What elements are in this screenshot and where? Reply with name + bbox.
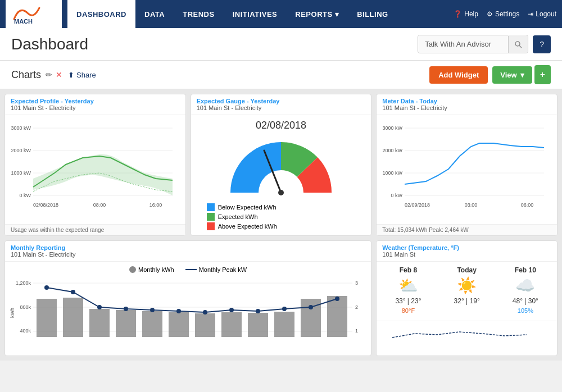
- content-grid: Expected Profile - Yesterday 101 Main St…: [0, 89, 562, 361]
- expected-profile-title: Expected Profile - Yesterday: [11, 98, 180, 104]
- nav-initiatives[interactable]: Initiatives: [224, 0, 287, 28]
- plus-button[interactable]: +: [534, 65, 551, 84]
- svg-text:1.2k: 1.2k: [355, 328, 358, 334]
- expected-gauge-widget: Expected Gauge - Yesterday 101 Main St -…: [191, 94, 372, 236]
- nav-bar: MACH ENERGY Dashboard Data Trends Initia…: [0, 0, 562, 28]
- svg-text:1,200k: 1,200k: [16, 280, 31, 286]
- close-icon[interactable]: ✕: [56, 70, 62, 79]
- weather-temps-feb8: 33° | 23°: [381, 297, 435, 305]
- svg-point-53: [71, 290, 75, 294]
- share-icon: ⬆: [68, 71, 74, 79]
- expected-profile-header: Expected Profile - Yesterday 101 Main St…: [5, 94, 185, 115]
- expected-gauge-header: Expected Gauge - Yesterday 101 Main St -…: [191, 94, 371, 115]
- svg-text:2.4k: 2.4k: [355, 304, 358, 310]
- help-button[interactable]: ?: [533, 35, 551, 53]
- weather-grid: Feb 8 ⛅ 33° | 23° 80°F Today ☀️ 32° | 19…: [377, 262, 557, 318]
- talk-advisor-container: [418, 35, 528, 53]
- meter-data-chart: 3000 kW 2000 kW 1000 kW 0 kW 02/09/2018 …: [381, 120, 547, 218]
- svg-text:3000 kW: 3000 kW: [383, 125, 403, 131]
- weather-widget: Weather (Temperature, °F) 101 Main St Fe…: [376, 240, 558, 356]
- svg-point-58: [203, 310, 207, 314]
- svg-text:03:00: 03:00: [465, 202, 478, 208]
- meter-data-footer: Total: 15,034 kWh Peak: 2,464 kW: [377, 224, 557, 235]
- svg-rect-42: [89, 309, 110, 337]
- svg-point-61: [282, 307, 287, 311]
- weather-extra-today: [440, 307, 494, 314]
- edit-icon[interactable]: ✏: [46, 70, 52, 79]
- svg-rect-44: [142, 311, 162, 337]
- charts-actions: ✏ ✕ ⬆ Share: [46, 70, 96, 79]
- settings-icon: ⚙: [487, 10, 493, 18]
- svg-text:16:00: 16:00: [149, 202, 162, 208]
- svg-line-3: [519, 45, 522, 48]
- weather-icon-today: ☀️: [440, 276, 494, 295]
- weather-mini-chart: [381, 323, 538, 340]
- nav-reports[interactable]: Reports ▾: [286, 0, 348, 28]
- add-widget-button[interactable]: Add Widget: [429, 66, 488, 84]
- talk-advisor-input[interactable]: [418, 35, 508, 53]
- svg-text:kWh: kWh: [10, 308, 15, 318]
- svg-text:1000 kW: 1000 kW: [11, 170, 31, 176]
- charts-bar: Charts ✏ ✕ ⬆ Share Add Widget View ▾ +: [0, 61, 562, 89]
- meter-data-title: Meter Data - Today: [382, 98, 551, 104]
- weather-day-label-today: Today: [440, 266, 494, 274]
- meter-data-body: 3000 kW 2000 kW 1000 kW 0 kW 02/09/2018 …: [377, 115, 557, 224]
- meter-data-widget: Meter Data - Today 101 Main St - Electri…: [376, 94, 558, 236]
- svg-text:3000 kW: 3000 kW: [11, 125, 31, 131]
- weather-day-label-feb10: Feb 10: [498, 266, 552, 274]
- expected-gauge-body: 02/08/2018 Below Expected kWh: [191, 115, 371, 235]
- help-icon: ❓: [454, 10, 462, 18]
- meter-data-header: Meter Data - Today 101 Main St - Electri…: [377, 94, 557, 115]
- monthly-reporting-header: Monthly Reporting 101 Main St - Electric…: [5, 241, 371, 262]
- view-button[interactable]: View ▾: [492, 66, 532, 84]
- gauge-chart: [219, 134, 343, 201]
- logout-link[interactable]: ⇥ Logout: [528, 10, 556, 18]
- nav-data[interactable]: Data: [135, 0, 174, 28]
- weather-day-feb8: Feb 8 ⛅ 33° | 23° 80°F: [381, 266, 435, 314]
- charts-label: Charts: [11, 69, 41, 81]
- monthly-reporting-subtitle: 101 Main St - Electricity: [11, 251, 365, 258]
- svg-rect-47: [221, 312, 242, 337]
- svg-point-55: [124, 307, 128, 311]
- svg-text:MACH: MACH: [14, 18, 33, 25]
- expected-profile-subtitle: 101 Main St - Electricity: [11, 104, 180, 111]
- svg-text:08:00: 08:00: [93, 202, 106, 208]
- talk-advisor-search-icon[interactable]: [508, 36, 528, 53]
- nav-dashboard[interactable]: Dashboard: [67, 0, 135, 28]
- chevron-down-icon: ▾: [520, 71, 524, 79]
- expected-profile-chart: 3000 kW 2000 kW 1000 kW 0 kW 02/08/2018 …: [10, 120, 175, 218]
- svg-text:06:00: 06:00: [521, 202, 534, 208]
- weather-extra-feb10: 105%: [498, 307, 552, 314]
- logo: MACH ENERGY: [6, 0, 62, 28]
- svg-rect-48: [248, 313, 268, 337]
- monthly-reporting-body: Monthly kWh Monthly Peak kW 1,200k 800k …: [5, 262, 371, 355]
- svg-text:2000 kW: 2000 kW: [11, 148, 31, 153]
- svg-rect-43: [116, 310, 136, 337]
- logout-icon: ⇥: [528, 10, 533, 18]
- nav-trends[interactable]: Trends: [174, 0, 223, 28]
- dropdown-arrow-icon: ▾: [335, 10, 339, 19]
- help-link[interactable]: ❓ Help: [454, 10, 478, 18]
- svg-point-2: [515, 42, 520, 46]
- settings-link[interactable]: ⚙ Settings: [487, 10, 519, 18]
- weather-day-label-feb8: Feb 8: [381, 266, 435, 274]
- svg-rect-46: [195, 313, 215, 337]
- svg-point-17: [278, 190, 284, 195]
- svg-rect-49: [274, 312, 294, 337]
- svg-rect-41: [63, 298, 83, 337]
- weather-temps-today: 32° | 19°: [440, 297, 494, 305]
- weather-subtitle: 101 Main St: [382, 251, 551, 258]
- svg-point-59: [229, 308, 234, 312]
- nav-billing[interactable]: Billing: [348, 0, 397, 28]
- expected-profile-footer: Usage was within the expected range: [5, 224, 185, 235]
- share-button[interactable]: ⬆ Share: [68, 71, 96, 79]
- svg-point-56: [150, 308, 155, 312]
- svg-text:1000 kW: 1000 kW: [383, 170, 403, 176]
- weather-temps-feb10: 48° | 30°: [498, 297, 552, 305]
- monthly-legend: Monthly kWh Monthly Peak kW: [10, 266, 366, 273]
- svg-rect-45: [169, 312, 189, 337]
- gauge-legend: Below Expected kWh Expected kWh Above Ex…: [207, 203, 277, 230]
- svg-text:0 kW: 0 kW: [19, 193, 31, 198]
- weather-icon-feb10: ☁️: [498, 276, 552, 295]
- svg-point-52: [44, 285, 49, 290]
